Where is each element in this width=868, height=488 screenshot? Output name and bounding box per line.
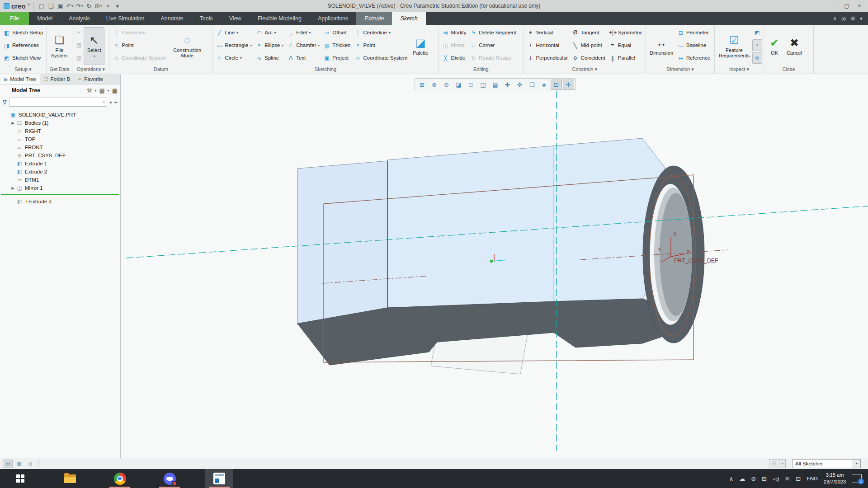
- ribbon-offset-button[interactable]: ▱Offset: [321, 26, 352, 39]
- select-caret[interactable]: ▾: [93, 54, 95, 58]
- tree-customize-icon[interactable]: ⚒: [87, 87, 92, 94]
- ribbon-rotate-resize-button[interactable]: ↻Rotate Resize: [468, 52, 518, 64]
- expand-arrow-icon[interactable]: ▶: [10, 186, 16, 190]
- navigator-tab-folder-browser[interactable]: ❏Folder B: [40, 74, 74, 84]
- ribbon-project-button[interactable]: ▣Project: [321, 52, 352, 64]
- tree-item-right[interactable]: ▱RIGHT: [0, 127, 120, 135]
- navigator-tab-model-tree[interactable]: ⊞Model Tree: [0, 74, 40, 84]
- ribbon-corner-button[interactable]: ∟Corner: [468, 39, 518, 52]
- tree-item-extrude-2[interactable]: ◧Extrude 2: [0, 168, 120, 176]
- arc-caret[interactable]: ▾: [274, 31, 276, 35]
- ribbon-select-button[interactable]: ↖Select▾: [84, 27, 104, 65]
- tree-filters-icon[interactable]: ▤: [99, 87, 104, 94]
- ribbon-vertical-button[interactable]: +Vertical: [525, 26, 570, 39]
- gfx-zoom-window-button[interactable]: ⊞: [416, 80, 428, 90]
- tree-item-prt-csys-def[interactable]: ⊹PRT_CSYS_DEF: [0, 151, 120, 160]
- ribbon-divide-button[interactable]: ╳Divide: [440, 52, 468, 64]
- taskbar-discord[interactable]: [156, 469, 184, 488]
- ribbon-parallel-button[interactable]: ∥Parallel: [607, 52, 644, 64]
- taskbar-chrome[interactable]: [106, 469, 134, 488]
- tab-applications[interactable]: Applications: [310, 12, 356, 25]
- filter-add-button[interactable]: +: [114, 99, 118, 106]
- tab-file[interactable]: File: [0, 12, 29, 25]
- gfx-repaint-button[interactable]: ◪: [453, 80, 464, 90]
- tray-battery-icon[interactable]: ⊟: [762, 475, 767, 482]
- ribbon-group-label-dimension[interactable]: Dimension ▾: [647, 66, 713, 74]
- tab-extrude[interactable]: Extrude: [356, 12, 392, 25]
- tree-item-extrude-1[interactable]: ◧Extrude 1: [0, 160, 120, 168]
- ribbon-horizontal-button[interactable]: +Horizontal: [525, 39, 570, 52]
- tree-customize-caret[interactable]: ▾: [94, 89, 96, 93]
- qat-redo[interactable]: ↷▾: [75, 2, 84, 10]
- ribbon-datum-coordinate-system-button[interactable]: ⊹Coordinate System: [111, 52, 168, 64]
- tree-item-mirror-1[interactable]: ▶◫Mirror 1: [0, 184, 120, 192]
- ribbon-palette-button[interactable]: ◪Palette: [409, 27, 432, 65]
- minimize-ribbon-icon[interactable]: ∧: [833, 15, 837, 22]
- circle-caret[interactable]: ▾: [240, 56, 242, 60]
- tree-item-extrude-3[interactable]: ◧✳Extrude 3: [0, 197, 120, 206]
- ellipse-caret[interactable]: ▾: [282, 43, 283, 47]
- ribbon-dimension-button[interactable]: ↔Dimension: [647, 27, 675, 65]
- ribbon-modify-button[interactable]: ⇉Modify: [440, 26, 468, 39]
- tree-item-front[interactable]: ▱FRONT: [0, 143, 120, 151]
- ribbon-centerline-button[interactable]: ┊Centerline▾: [353, 26, 410, 39]
- taskbar-creo[interactable]: [205, 469, 233, 488]
- qat-new[interactable]: ▢: [38, 2, 46, 10]
- ribbon-group-label-inspect[interactable]: Inspect ▾: [716, 66, 762, 74]
- tray-network-wifi-icon[interactable]: ≋: [785, 475, 790, 482]
- ribbon-chamfer-button[interactable]: ∕Chamfer▾: [285, 39, 321, 52]
- start-button[interactable]: [6, 469, 34, 488]
- ribbon-datum-point-button[interactable]: ×Point: [111, 39, 168, 52]
- fillet-caret[interactable]: ▾: [309, 31, 311, 35]
- ribbon-shade-closed-loops-button[interactable]: ◩: [752, 27, 762, 38]
- ribbon-cut-button[interactable]: ✂: [74, 27, 84, 38]
- statusbar-model-tree-toggle[interactable]: ⊞: [3, 460, 13, 468]
- ribbon-sketch-setup-button[interactable]: ◧Sketch Setup: [1, 26, 45, 39]
- filter-caret-button[interactable]: ▾: [109, 100, 112, 105]
- tab-analysis[interactable]: Analysis: [61, 12, 98, 25]
- ribbon-overlapping-geometry-button[interactable]: ≎: [752, 52, 762, 64]
- qat-undo[interactable]: ↶▾: [66, 2, 74, 10]
- ribbon-symmetric-button[interactable]: +|+Symmetric: [607, 26, 644, 39]
- tab-flexible-modeling[interactable]: Flexible Modeling: [250, 12, 310, 25]
- qat-windows[interactable]: ⊞▾: [94, 2, 103, 10]
- qat-open[interactable]: ❏: [47, 2, 55, 10]
- ribbon-file-system-button[interactable]: ❏File System: [48, 27, 71, 65]
- statusbar-web-browser-toggle[interactable]: ◍: [14, 460, 24, 468]
- ribbon-ok-button[interactable]: ✔OK: [765, 27, 783, 65]
- tree-options-icon[interactable]: ▦: [112, 87, 118, 94]
- rectangle-caret[interactable]: ▾: [250, 43, 252, 47]
- navigator-tab-favorites[interactable]: ✦Favorite: [74, 74, 107, 84]
- language-indicator[interactable]: ENG: [807, 476, 818, 481]
- redo-caret[interactable]: ▾: [81, 4, 83, 8]
- graphics-area[interactable]: X Y Z PRT_CSYS_DEF ⊞⊕⊖◪□◫▤✚✜❏◈⊡✣: [121, 74, 868, 458]
- filter-clear-icon[interactable]: ×: [100, 99, 107, 105]
- ribbon-group-label-operations[interactable]: Operations ▾: [74, 66, 108, 74]
- sketcher-filter-caret[interactable]: ▾: [853, 460, 860, 468]
- ribbon-fillet-button[interactable]: ◞Fillet▾: [285, 26, 321, 39]
- ribbon-point-button[interactable]: ×Point: [353, 39, 410, 52]
- ribbon-coincident-button[interactable]: -o-Coincident: [570, 52, 607, 64]
- expand-arrow-icon[interactable]: ▶: [10, 121, 16, 125]
- ribbon-cancel-button[interactable]: ✖Cancel: [783, 27, 805, 65]
- tab-view[interactable]: View: [221, 12, 250, 25]
- gfx-annotation-display-button[interactable]: ✜: [514, 80, 525, 90]
- gfx-view-manager-button[interactable]: ◈: [538, 80, 550, 90]
- ribbon-copy-button[interactable]: ▤: [74, 39, 84, 51]
- ribbon-delete-segment-button[interactable]: ϟDelete Segment: [468, 26, 518, 39]
- gfx-zoom-out-button[interactable]: ⊖: [441, 80, 452, 90]
- tree-filter-input[interactable]: [9, 99, 100, 106]
- ribbon-line-button[interactable]: ╱Line▾: [214, 26, 254, 39]
- window-maximize-button[interactable]: ▢: [841, 2, 853, 10]
- tab-sketch[interactable]: Sketch: [392, 12, 425, 25]
- ribbon-sketch-view-button[interactable]: ◩Sketch View: [1, 52, 45, 64]
- qat-customize[interactable]: ▾: [113, 2, 122, 10]
- find-caret[interactable]: ▾: [779, 460, 785, 468]
- tab-annotate[interactable]: Annotate: [153, 12, 192, 25]
- ribbon-thicken-button[interactable]: ▥Thicken: [321, 39, 352, 52]
- ribbon-ellipse-button[interactable]: ◓Ellipse▾: [254, 39, 285, 52]
- taskbar-clock[interactable]: 3:15 am 23/7/2023: [824, 472, 846, 485]
- find-tool[interactable]: ⚇ ▾: [769, 459, 786, 468]
- ribbon-circle-button[interactable]: ○Circle▾: [214, 52, 254, 64]
- tree-item-dtm1[interactable]: ▱DTM1: [0, 176, 120, 184]
